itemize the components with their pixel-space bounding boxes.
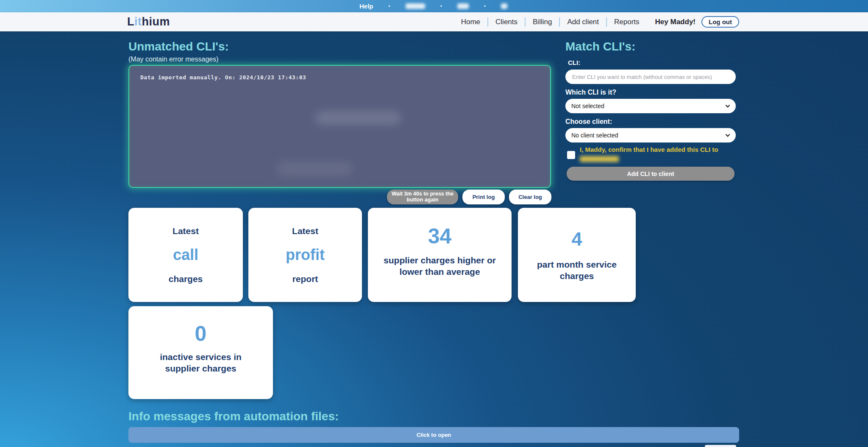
logo-text-dark: L [127,15,134,28]
which-cli-select[interactable]: Not selected [565,99,736,113]
logout-button[interactable]: Log out [701,16,739,28]
latest-call-charges-card[interactable]: Latest call charges [128,208,243,302]
match-clis-title: Match CLI's: [565,40,635,53]
cli-input[interactable] [565,70,736,84]
supplier-charges-stat-card[interactable]: 34 supplier charges higher or lower than… [368,208,512,302]
stat-number: 34 [428,224,452,249]
print-log-button[interactable]: Print log [462,190,505,204]
wait-cooldown-button[interactable]: Wait 3m 40s to press the button again [387,190,458,204]
help-menu-item[interactable]: Help [359,3,373,10]
lithium-logo[interactable]: Lithium [127,15,170,28]
confirm-statement-text: I, Maddy, confirm that I have added this… [580,146,718,153]
part-month-service-charges-card[interactable]: 4 part month service charges [518,208,636,302]
clear-log-button[interactable]: Clear log [509,190,551,204]
top-help-bar: Help • • • [0,0,868,12]
stat-number: 4 [571,228,582,250]
menu-dot-separator: • [484,3,486,9]
confirm-statement: I, Maddy, confirm that I have added this… [580,146,724,162]
inactive-services-card[interactable]: 0 inactive services in supplier charges [128,306,273,399]
which-cli-select-wrap: Not selected [565,99,736,113]
choose-client-select-wrap: No client selected [565,128,736,142]
which-cli-label: Which CLI is it? [565,89,616,96]
stat-description: supplier charges higher or lower than av… [381,254,499,278]
nav-billing[interactable]: Billing [526,18,559,26]
redacted-log-content [316,112,401,123]
unmatched-clis-title: Unmatched CLI's: [128,40,229,53]
card-top-label: Latest [292,225,318,237]
add-cli-to-client-button[interactable]: Add CLI to client [567,167,734,181]
log-entry: Data imported manually. On: 2024/10/23 1… [140,74,539,81]
redacted-menu-item[interactable] [501,3,507,9]
stat-description: part month service charges [526,259,628,282]
top-menu: Help • • • [359,0,507,12]
click-to-open-bar[interactable]: Click to open [128,427,739,443]
nav-home[interactable]: Home [454,18,487,26]
choose-client-label: Choose client: [565,118,612,126]
redacted-menu-item[interactable] [457,3,469,9]
unmatched-clis-subtitle: (May contain error messages) [128,56,219,63]
card-highlight-word: profit [286,246,325,264]
log-actions: Wait 3m 40s to press the button again Pr… [387,190,551,204]
stat-number: 0 [195,321,207,346]
partially-visible-element [705,445,736,447]
card-bottom-label: charges [169,273,203,285]
logo-text-dark: hium [142,15,170,28]
info-messages-title: Info messages from automation files: [128,410,339,423]
app-screen: Help • • • Lithium Home Clients Billing … [0,0,868,447]
card-highlight-word: call [173,246,198,264]
unmatched-cli-log[interactable]: Data imported manually. On: 2024/10/23 1… [128,65,551,188]
user-greeting: Hey Maddy! [655,18,696,26]
cli-field-label: CLI: [568,59,580,66]
logo-text-accent: it [134,15,142,28]
redacted-log-content [278,162,352,175]
latest-profit-report-card[interactable]: Latest profit report [248,208,362,302]
menu-dot-separator: • [389,3,390,9]
nav-clients[interactable]: Clients [488,18,525,26]
card-top-label: Latest [172,225,199,237]
card-bottom-label: report [292,273,318,285]
main-header: Lithium Home Clients Billing Add client … [0,12,868,31]
redacted-system-name [580,156,619,162]
main-nav: Home Clients Billing Add client Reports [454,17,647,27]
menu-dot-separator: • [440,3,442,9]
choose-client-select[interactable]: No client selected [565,128,736,142]
stat-description: inactive services in supplier charges [152,351,250,374]
confirm-checkbox[interactable] [567,151,575,159]
nav-reports[interactable]: Reports [607,18,647,26]
redacted-menu-item[interactable] [406,3,425,9]
nav-add-client[interactable]: Add client [560,18,606,26]
header-right: Home Clients Billing Add client Reports … [454,12,739,31]
